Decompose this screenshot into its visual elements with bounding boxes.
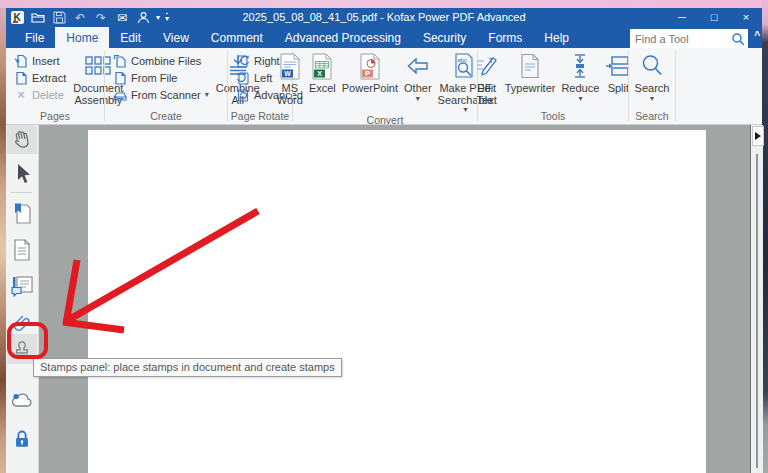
delete-x-icon: ×	[14, 87, 28, 102]
right-panel-strip	[750, 125, 763, 473]
comments-panel[interactable]	[7, 271, 37, 300]
customize-qat-icon[interactable]: ▾	[165, 12, 169, 23]
svg-text:X: X	[317, 70, 322, 77]
app-logo-icon[interactable]: K	[9, 10, 25, 26]
svg-text:T: T	[489, 57, 494, 64]
search-button[interactable]: Search ▾	[632, 50, 673, 102]
edit-text-button[interactable]: T Edit Text	[472, 50, 502, 106]
from-file-button[interactable]: From File	[111, 69, 211, 86]
email-icon[interactable]: ✉	[114, 10, 130, 26]
left-arrow-icon	[407, 51, 429, 81]
edit-text-icon: T	[475, 51, 499, 81]
tab-home[interactable]: Home	[55, 27, 109, 48]
security-panel[interactable]	[7, 424, 37, 453]
search-icon[interactable]	[731, 32, 745, 46]
group-tools: T Edit Text Typewriter Reduce ▾	[478, 48, 628, 124]
pages-panel[interactable]	[7, 235, 37, 264]
open-file-icon[interactable]	[30, 10, 46, 26]
collapse-ribbon-icon[interactable]: ^	[754, 30, 760, 41]
combine-files-button[interactable]: Combine Files	[111, 52, 211, 69]
from-scanner-caret-icon: ▾	[205, 91, 209, 98]
title-bar: 2025_05_08_08_41_05.pdf - Kofax Power PD…	[6, 8, 762, 27]
reduce-caret-icon: ▾	[578, 95, 582, 102]
hand-icon	[9, 126, 35, 152]
tab-advanced-processing[interactable]: Advanced Processing	[274, 27, 412, 48]
pdf-page[interactable]	[88, 130, 706, 473]
maximize-button[interactable]: □	[698, 8, 730, 27]
attachments-panel[interactable]	[7, 307, 37, 336]
group-label-search: Search	[629, 109, 675, 124]
svg-text:P: P	[365, 70, 370, 77]
group-pages: Insert Extract × Delete Document	[6, 48, 104, 124]
quick-access-toolbar: K ↶ ↷ ✉ ▾ ▾	[9, 8, 169, 27]
redo-icon[interactable]: ↷	[93, 10, 109, 26]
desktop-background-top	[0, 0, 768, 8]
svg-text:abc: abc	[458, 56, 468, 62]
triangle-right-icon	[755, 132, 761, 140]
cloud-panel[interactable]	[7, 384, 37, 413]
find-a-tool-box	[630, 29, 748, 48]
vertical-scrollbar[interactable]	[756, 154, 758, 468]
cloud-icon	[10, 388, 34, 410]
typewriter-button[interactable]: Typewriter	[502, 50, 559, 95]
stamp-icon	[11, 337, 33, 361]
lock-icon	[11, 427, 33, 451]
panel-bar	[6, 125, 39, 473]
make-pdf-searchable-caret-icon: ▾	[463, 106, 467, 113]
excel-icon: X	[311, 51, 333, 81]
group-label-page-rotate: Page Rotate	[228, 109, 292, 124]
group-label-tools: Tools	[478, 109, 628, 124]
select-tool[interactable]	[7, 159, 37, 188]
window-controls: ─ □ ×	[666, 8, 762, 27]
convert-powerpoint-button[interactable]: P PowerPoint	[339, 50, 401, 95]
tab-forms[interactable]: Forms	[477, 27, 533, 48]
reduce-icon	[571, 51, 589, 81]
typewriter-icon	[519, 51, 541, 81]
from-scanner-button[interactable]: From Scanner ▾	[111, 86, 211, 103]
tab-view[interactable]: View	[152, 27, 200, 48]
bookmark-page-icon	[11, 202, 33, 226]
svg-text:W: W	[284, 70, 291, 77]
tab-security[interactable]: Security	[412, 27, 477, 48]
group-convert: W MS Word X Excel P PowerPoint	[293, 48, 477, 124]
convert-ms-word-button[interactable]: W MS Word	[274, 50, 306, 106]
ms-word-icon: W	[279, 51, 301, 81]
find-a-tool-input[interactable]	[631, 33, 731, 45]
convert-excel-button[interactable]: X Excel	[306, 50, 339, 95]
group-create: Combine Files From File From Scanner ▾	[105, 48, 227, 124]
bookmarks-panel[interactable]	[7, 199, 37, 228]
delete-pages-button: × Delete	[12, 86, 68, 103]
document-area	[6, 125, 762, 473]
powerpoint-icon: P	[359, 51, 381, 81]
ribbon-home: Insert Extract × Delete Document	[6, 48, 762, 125]
undo-icon[interactable]: ↶	[72, 10, 88, 26]
group-label-pages: Pages	[6, 109, 104, 124]
insert-pages-button[interactable]: Insert	[12, 52, 68, 69]
expand-panel-button[interactable]	[752, 126, 764, 146]
user-dropdown-caret-icon[interactable]: ▾	[156, 13, 160, 22]
tab-edit[interactable]: Edit	[109, 27, 152, 48]
stamps-tooltip: Stamps panel: place stamps in document a…	[33, 358, 342, 377]
tab-comment[interactable]: Comment	[200, 27, 274, 48]
ribbon-tab-bar: File Home Edit View Comment Advanced Pro…	[6, 27, 762, 48]
group-search: Search ▾ Search	[629, 48, 675, 124]
tab-file[interactable]: File	[14, 27, 55, 48]
convert-other-button[interactable]: Other ▾	[401, 50, 435, 102]
extract-pages-button[interactable]: Extract	[12, 69, 68, 86]
reduce-button[interactable]: Reduce ▾	[558, 50, 602, 102]
tab-help[interactable]: Help	[533, 27, 580, 48]
cursor-icon	[12, 163, 32, 185]
app-window: 2025_05_08_08_41_05.pdf - Kofax Power PD…	[6, 8, 762, 473]
close-button[interactable]: ×	[730, 8, 762, 27]
group-separator	[675, 51, 676, 121]
search-caret-icon: ▾	[650, 95, 654, 102]
search-magnifier-icon	[640, 51, 664, 81]
pages-icon	[11, 238, 33, 262]
user-account-icon[interactable]	[135, 10, 151, 26]
other-caret-icon: ▾	[416, 95, 420, 102]
minimize-button[interactable]: ─	[666, 8, 698, 27]
save-icon[interactable]	[51, 10, 67, 26]
paperclip-icon	[11, 312, 33, 332]
hand-pan-tool[interactable]	[7, 125, 37, 154]
group-label-create: Create	[105, 109, 227, 124]
